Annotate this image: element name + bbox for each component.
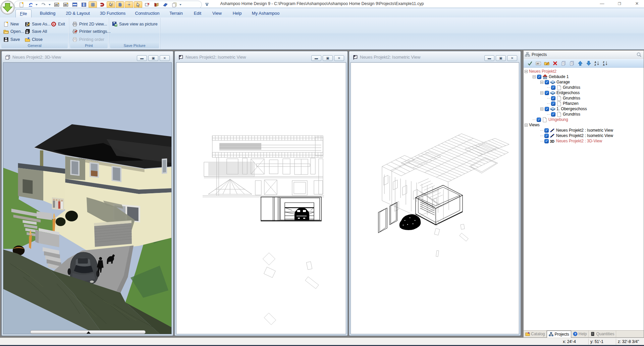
close-view-icon[interactable] — [143, 1, 151, 8]
tile-tool-icon[interactable] — [161, 1, 169, 8]
child-minimize-button[interactable]: ▬ — [137, 55, 147, 61]
child-restore-button[interactable]: ▣ — [496, 55, 506, 61]
ribbon-item-save-all[interactable]: Save All — [25, 28, 47, 35]
caret-down-icon[interactable] — [179, 3, 182, 6]
view-2d-icon[interactable]: 2D — [52, 1, 61, 8]
checkbox[interactable]: ✓ — [551, 96, 555, 100]
tab-terrain[interactable]: Terrain — [165, 9, 187, 18]
expander-icon[interactable] — [540, 108, 543, 111]
child-close-button[interactable]: ✕ — [507, 55, 517, 61]
roof-tool-icon[interactable] — [152, 1, 160, 8]
tree-item-grundriss[interactable]: ✓Grundriss — [547, 95, 580, 101]
expander-icon[interactable] — [525, 124, 528, 127]
expander-icon[interactable] — [540, 81, 543, 84]
checkbox[interactable]: ✓ — [537, 75, 541, 79]
child-restore-button[interactable]: ▣ — [148, 55, 158, 61]
tab-3d-functions[interactable]: 3D Functions — [96, 9, 129, 18]
child-minimize-button[interactable]: ▬ — [484, 55, 494, 61]
guide-lines-icon[interactable] — [116, 1, 124, 8]
checkbox[interactable]: ✓ — [544, 134, 549, 138]
isometric-viewport-1[interactable] — [176, 62, 346, 334]
checkbox[interactable]: ✓ — [545, 80, 549, 84]
tab-my-ashampoo[interactable]: My Ashampoo — [248, 9, 283, 18]
ribbon-item-save-view-as-picture[interactable]: Save view as picture — [112, 20, 158, 27]
window-isometric-view-2[interactable]: Neues Projekt2: Isometric View ▬ ▣ ✕ — [349, 51, 521, 336]
3d-viewport[interactable] — [3, 62, 172, 334]
ribbon-item-printing-order[interactable]: Printing order — [72, 36, 104, 43]
tab-view[interactable]: View — [208, 9, 226, 18]
customize-toolbar-icon[interactable] — [205, 3, 209, 7]
expander-icon[interactable] — [533, 75, 536, 78]
tree-item-garage[interactable]: ✓Garage — [540, 79, 570, 85]
close-button[interactable]: ✕ — [633, 1, 641, 7]
caret-down-icon[interactable] — [48, 3, 52, 6]
expander-icon[interactable] — [540, 91, 543, 94]
split-vertical-icon[interactable] — [79, 1, 88, 8]
tree-item-neues-projekt2[interactable]: Neues Projekt2 — [525, 69, 556, 74]
tab-file[interactable]: File — [15, 9, 32, 18]
child-minimize-button[interactable]: ▬ — [311, 55, 321, 61]
apply-check-icon[interactable] — [526, 60, 534, 67]
panel-tab-catalog[interactable]: Catalog — [524, 331, 547, 337]
ribbon-item-save[interactable]: Save — [3, 36, 20, 43]
tree-item-1-obergeschoss[interactable]: ✓1. Obergeschoss — [540, 106, 587, 112]
tree-item-geb-ude-1[interactable]: ✓Gebäude 1 — [533, 74, 569, 79]
expander-icon[interactable] — [525, 70, 528, 73]
tab-help[interactable]: Help — [228, 9, 246, 18]
search-icon[interactable] — [636, 52, 642, 57]
tree-item-neues-projekt2-3d-view[interactable]: ✓3DNeues Projekt2 : 3D-View — [540, 138, 602, 144]
checkbox[interactable]: ✓ — [551, 85, 555, 90]
checkbox[interactable]: ✓ — [545, 91, 549, 95]
window-3d-view[interactable]: Neues Projekt2: 3D-View ▬ ▣ ✕ — [1, 51, 173, 336]
delete-icon[interactable] — [551, 60, 559, 67]
checkbox[interactable]: ✓ — [537, 118, 541, 122]
checkbox[interactable]: ✓ — [551, 101, 555, 106]
tree-item-pflanzen[interactable]: ✓Pflanzen — [547, 101, 579, 106]
rotation-slider[interactable] — [30, 330, 146, 334]
undo-icon[interactable] — [26, 1, 35, 8]
tree-item-grundriss[interactable]: ✓Grundriss — [547, 85, 580, 90]
checkbox[interactable]: ✓ — [544, 139, 549, 143]
select-special-icon[interactable] — [107, 1, 115, 8]
copy-icon[interactable] — [559, 60, 568, 67]
window-isometric-view-1[interactable]: Neues Projekt2: Isometric View ▬ ▣ ✕ — [174, 51, 348, 336]
paste-icon[interactable] — [568, 60, 576, 67]
move-down-icon[interactable] — [584, 60, 593, 67]
view-3d-icon[interactable]: 3D — [61, 1, 70, 8]
checkbox[interactable]: ✓ — [544, 128, 549, 133]
ribbon-item-close[interactable]: Close — [25, 36, 43, 43]
redo-icon[interactable] — [39, 1, 48, 8]
checkbox[interactable]: ✓ — [551, 112, 555, 117]
restore-button[interactable]: ❐ — [615, 1, 624, 7]
panel-tab-projects[interactable]: Projects — [547, 331, 571, 338]
select-cursor-icon[interactable] — [134, 1, 142, 8]
app-logo[interactable] — [0, 0, 15, 15]
sort-az-icon[interactable]: AZ — [593, 60, 601, 67]
ribbon-item-print-2d-view-[interactable]: Print 2D view... — [72, 20, 107, 27]
sort-za-icon[interactable]: ZA — [601, 60, 609, 67]
ribbon-item-save-as-[interactable]: Save As... — [25, 20, 51, 27]
tree-item-umgebung[interactable]: ✓Umgebung — [533, 117, 568, 122]
move-up-icon[interactable] — [576, 60, 584, 67]
isometric-viewport-2[interactable] — [351, 62, 519, 334]
tree-item-views[interactable]: Views — [525, 122, 540, 128]
pages-icon[interactable] — [170, 1, 178, 8]
tree-item-grundriss[interactable]: ✓Grundriss — [547, 112, 580, 117]
ribbon-item-open-[interactable]: Open... — [3, 28, 24, 35]
caret-down-icon[interactable] — [35, 3, 39, 6]
minimize-button[interactable]: — — [598, 1, 606, 7]
panel-tab-help[interactable]: ?Help — [571, 331, 589, 337]
rename-abl-icon[interactable]: abl — [534, 60, 542, 67]
child-close-button[interactable]: ✕ — [334, 55, 344, 61]
grid-icon[interactable] — [89, 1, 97, 8]
tree-item-erdgeschoss[interactable]: ✓Erdgeschoss — [540, 90, 580, 95]
panel-tab-quantities[interactable]: Quantities — [589, 331, 616, 337]
child-restore-button[interactable]: ▣ — [323, 55, 333, 61]
snap-magnet-icon[interactable] — [98, 1, 106, 8]
tab-building[interactable]: Building — [36, 9, 60, 18]
child-close-button[interactable]: ✕ — [160, 55, 170, 61]
new-document-icon[interactable] — [17, 1, 25, 8]
tab-2d-layout[interactable]: 2D & Layout — [62, 9, 94, 18]
tab-construction[interactable]: Construction — [131, 9, 163, 18]
tab-edit[interactable]: Edit — [189, 9, 206, 18]
